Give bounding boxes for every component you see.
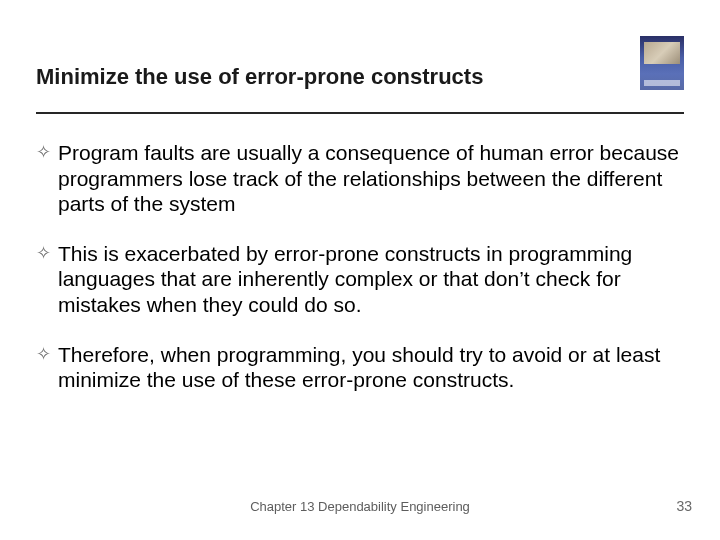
book-cover-icon	[640, 36, 684, 90]
bullet-text: Program faults are usually a consequence…	[58, 140, 690, 217]
slide-title: Minimize the use of error-prone construc…	[36, 64, 483, 90]
book-cover-photo	[644, 42, 680, 64]
bullet-text: Therefore, when programming, you should …	[58, 342, 690, 393]
footer-chapter-label: Chapter 13 Dependability Engineering	[0, 499, 720, 514]
title-underline	[36, 112, 684, 114]
bullet-glyph-icon: ✧	[36, 140, 58, 164]
bullet-text: This is exacerbated by error-prone const…	[58, 241, 690, 318]
bullet-item: ✧ This is exacerbated by error-prone con…	[36, 241, 690, 318]
bullet-item: ✧ Therefore, when programming, you shoul…	[36, 342, 690, 393]
slide: Minimize the use of error-prone construc…	[0, 0, 720, 540]
title-row: Minimize the use of error-prone construc…	[36, 54, 684, 90]
bullet-glyph-icon: ✧	[36, 342, 58, 366]
bullet-glyph-icon: ✧	[36, 241, 58, 265]
body-region: ✧ Program faults are usually a consequen…	[36, 140, 690, 417]
footer-page-number: 33	[676, 498, 692, 514]
book-cover-caption	[644, 80, 680, 86]
bullet-item: ✧ Program faults are usually a consequen…	[36, 140, 690, 217]
